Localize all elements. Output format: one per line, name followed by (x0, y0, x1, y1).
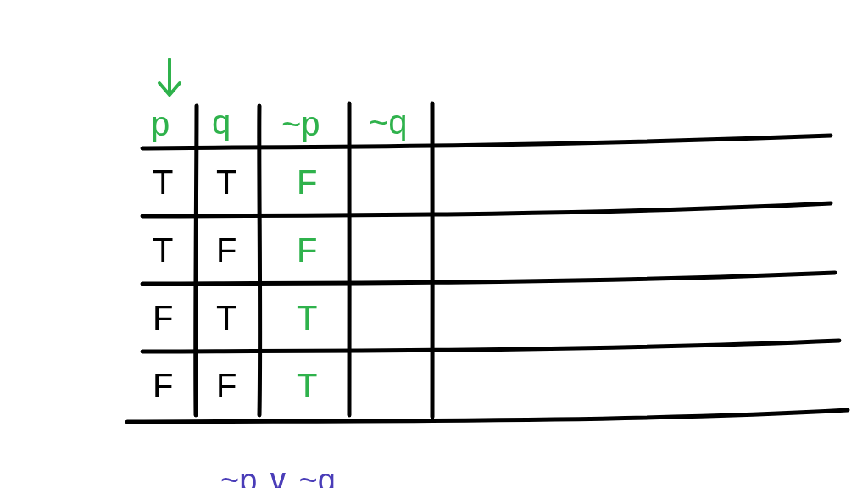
cell-r4-notp: T (297, 369, 317, 402)
cell-r3-q: T (216, 301, 236, 335)
cell-r4-q: F (216, 369, 236, 402)
cell-r2-notp: F (297, 233, 317, 267)
table-grid (51, 51, 868, 488)
cell-r1-p: T (153, 165, 173, 199)
bottom-expression: ~p ∨ ~q (220, 462, 336, 488)
truth-table: p q ~p ~q T T F T F F F T T F F T (51, 51, 814, 407)
cell-r1-notp: F (297, 165, 317, 199)
header-not-p: ~p (281, 107, 320, 141)
cell-r2-q: F (216, 233, 236, 267)
cell-r3-p: F (153, 301, 173, 335)
header-q: q (212, 105, 231, 139)
cell-r1-q: T (216, 165, 236, 199)
cell-r4-p: F (153, 369, 173, 402)
cell-r3-notp: T (297, 301, 317, 335)
header-not-q: ~q (369, 105, 408, 139)
header-p: p (151, 107, 170, 141)
cell-r2-p: T (153, 233, 173, 267)
